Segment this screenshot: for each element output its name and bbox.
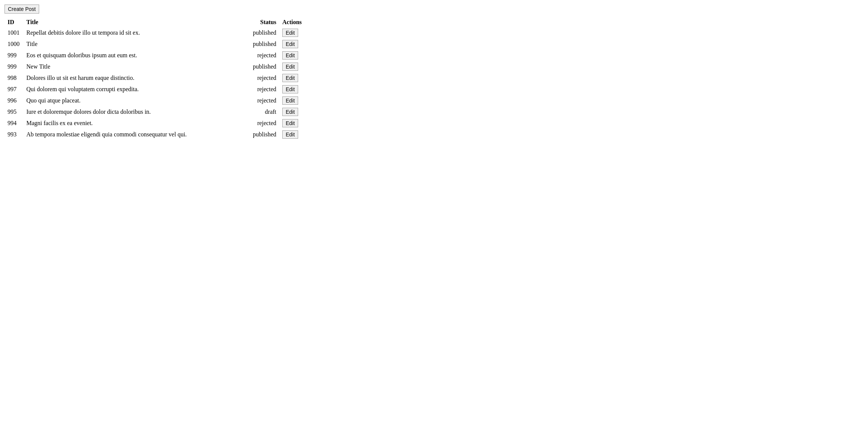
cell-status: published — [242, 61, 279, 72]
edit-button[interactable]: Edit — [282, 96, 298, 105]
posts-table: ID Title Status Actions 1001Repellat deb… — [5, 17, 309, 140]
edit-button[interactable]: Edit — [282, 85, 298, 93]
cell-actions: Edit — [279, 27, 309, 38]
table-row: 995Iure et doloremque dolores dolor dict… — [5, 106, 309, 118]
edit-button[interactable]: Edit — [282, 63, 298, 71]
edit-button[interactable]: Edit — [282, 108, 298, 116]
cell-title: Title — [23, 38, 242, 50]
cell-title: Eos et quisquam doloribus ipsum aut eum … — [23, 50, 242, 61]
cell-actions: Edit — [279, 129, 309, 140]
cell-status: rejected — [242, 72, 279, 84]
cell-actions: Edit — [279, 61, 309, 72]
table-row: 1000TitlepublishedEdit — [5, 38, 309, 50]
cell-status: published — [242, 27, 279, 38]
table-row: 996Quo qui atque placeat.rejectedEdit — [5, 95, 309, 106]
edit-button[interactable]: Edit — [282, 74, 298, 82]
cell-id: 1000 — [5, 38, 23, 50]
table-row: 998Dolores illo ut sit est harum eaque d… — [5, 72, 309, 84]
edit-button[interactable]: Edit — [282, 51, 298, 60]
edit-button[interactable]: Edit — [282, 29, 298, 37]
cell-actions: Edit — [279, 118, 309, 129]
cell-title: Repellat debitis dolore illo ut tempora … — [23, 27, 242, 38]
cell-status: rejected — [242, 95, 279, 106]
cell-actions: Edit — [279, 106, 309, 118]
column-header-status: Status — [242, 17, 279, 27]
column-header-title: Title — [23, 17, 242, 27]
table-row: 999Eos et quisquam doloribus ipsum aut e… — [5, 50, 309, 61]
cell-actions: Edit — [279, 95, 309, 106]
cell-status: published — [242, 129, 279, 140]
cell-actions: Edit — [279, 38, 309, 50]
cell-title: Dolores illo ut sit est harum eaque dist… — [23, 72, 242, 84]
cell-status: rejected — [242, 50, 279, 61]
cell-id: 999 — [5, 50, 23, 61]
create-post-button[interactable]: Create Post — [5, 5, 39, 14]
table-row: 994Magni facilis ex ea eveniet.rejectedE… — [5, 118, 309, 129]
cell-actions: Edit — [279, 84, 309, 95]
cell-id: 994 — [5, 118, 23, 129]
cell-id: 998 — [5, 72, 23, 84]
cell-status: published — [242, 38, 279, 50]
column-header-id: ID — [5, 17, 23, 27]
cell-id: 996 — [5, 95, 23, 106]
cell-id: 999 — [5, 61, 23, 72]
edit-button[interactable]: Edit — [282, 40, 298, 48]
cell-title: New Title — [23, 61, 242, 72]
cell-status: draft — [242, 106, 279, 118]
cell-title: Qui dolorem qui voluptatem corrupti expe… — [23, 84, 242, 95]
column-header-actions: Actions — [279, 17, 309, 27]
cell-id: 997 — [5, 84, 23, 95]
cell-id: 995 — [5, 106, 23, 118]
cell-title: Magni facilis ex ea eveniet. — [23, 118, 242, 129]
cell-id: 1001 — [5, 27, 23, 38]
cell-title: Quo qui atque placeat. — [23, 95, 242, 106]
cell-status: rejected — [242, 84, 279, 95]
edit-button[interactable]: Edit — [282, 130, 298, 139]
cell-title: Iure et doloremque dolores dolor dicta d… — [23, 106, 242, 118]
table-row: 993Ab tempora molestiae eligendi quia co… — [5, 129, 309, 140]
cell-status: rejected — [242, 118, 279, 129]
cell-id: 993 — [5, 129, 23, 140]
table-row: 1001Repellat debitis dolore illo ut temp… — [5, 27, 309, 38]
table-row: 999New TitlepublishedEdit — [5, 61, 309, 72]
edit-button[interactable]: Edit — [282, 119, 298, 127]
table-row: 997Qui dolorem qui voluptatem corrupti e… — [5, 84, 309, 95]
cell-title: Ab tempora molestiae eligendi quia commo… — [23, 129, 242, 140]
cell-actions: Edit — [279, 72, 309, 84]
cell-actions: Edit — [279, 50, 309, 61]
